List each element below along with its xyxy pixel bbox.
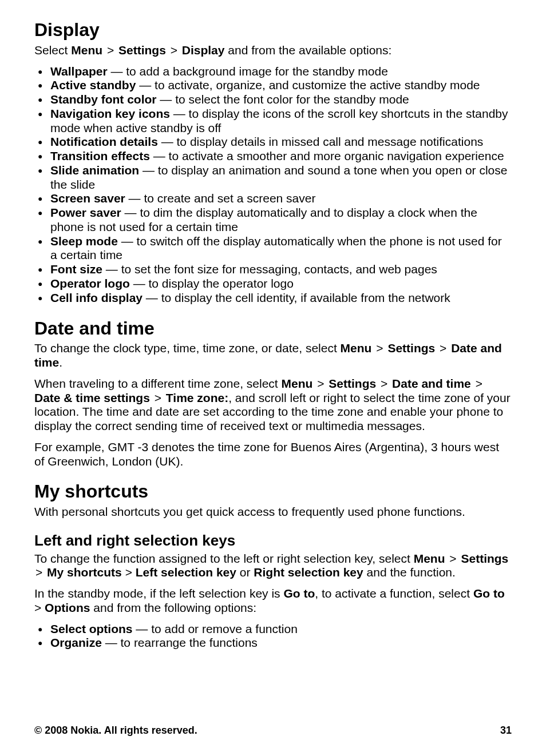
option-desc: — to display the operator logo <box>130 277 294 290</box>
datetime-p1: To change the clock type, time, time zon… <box>34 341 512 370</box>
key-options: Options <box>45 601 90 614</box>
text: To change the clock type, time, time zon… <box>34 341 341 355</box>
selectionkeys-options-list: Select options — to add or remove a func… <box>34 622 512 651</box>
sep: > <box>316 377 325 391</box>
option-term: Standby font color <box>50 93 157 106</box>
display-intro: Select Menu > Settings > Display and fro… <box>34 43 512 58</box>
list-item: Operator logo — to display the operator … <box>34 277 512 291</box>
text: When traveling to a different time zone,… <box>34 377 282 390</box>
list-item: Transition effects — to activate a smoot… <box>34 149 512 164</box>
sep: > <box>169 43 179 58</box>
option-desc: — to display the cell identity, if avail… <box>143 291 450 304</box>
option-term: Active standby <box>50 78 136 91</box>
option-right: Right selection key <box>254 566 363 579</box>
option-term: Select options <box>50 622 133 635</box>
sep: > <box>34 601 45 614</box>
list-item: Organize — to rearrange the functions <box>34 636 512 650</box>
list-item: Screen saver — to create and set a scree… <box>34 192 512 206</box>
option-desc: — to rearrange the functions <box>102 636 258 649</box>
list-item: Notification details — to display detail… <box>34 135 512 149</box>
option-term: Screen saver <box>50 192 125 205</box>
path-settings: Settings <box>329 377 376 390</box>
path-menu: Menu <box>414 552 445 565</box>
path-myshortcuts: My shortcuts <box>47 566 122 579</box>
option-term: Operator logo <box>50 277 130 290</box>
list-item: Slide animation — to display an animatio… <box>34 164 512 192</box>
text: , to activate a function, select <box>315 587 473 600</box>
text: To change the function assigned to the l… <box>34 552 414 565</box>
option-term: Slide animation <box>50 164 139 177</box>
path-settings: Settings <box>461 552 508 565</box>
sep: > <box>106 43 115 58</box>
option-term: Transition effects <box>50 149 150 162</box>
sep: > <box>448 552 457 566</box>
shortcuts-intro: With personal shortcuts you get quick ac… <box>34 505 512 519</box>
option-desc: — to add a background image for the stan… <box>108 65 388 78</box>
display-options-list: Wallpaper — to add a background image fo… <box>34 65 512 305</box>
heading-selectionkeys: Left and right selection keys <box>34 532 512 550</box>
sep: > <box>122 566 136 579</box>
datetime-p3: For example, GMT -3 denotes the time zon… <box>34 440 512 469</box>
option-term: Organize <box>50 636 102 649</box>
list-item: Sleep mode — to switch off the display a… <box>34 234 512 263</box>
key-goto: Go to <box>473 587 505 600</box>
option-desc: — to select the font color for the stand… <box>157 93 409 106</box>
option-left: Left selection key <box>136 566 236 579</box>
list-item: Navigation key icons — to display the ic… <box>34 107 512 136</box>
path-menu: Menu <box>282 377 313 390</box>
text: or <box>236 566 254 579</box>
path-settings: Settings <box>387 341 435 355</box>
text: . <box>59 356 62 369</box>
list-item: Select options — to add or remove a func… <box>34 622 512 636</box>
list-item: Active standby — to activate, organize, … <box>34 78 512 93</box>
heading-display: Display <box>34 19 512 41</box>
selectionkeys-p1: To change the function assigned to the l… <box>34 552 512 580</box>
path-dtsettings: Date & time settings <box>34 391 150 404</box>
option-desc: — to activate a smoother and more organi… <box>150 149 504 162</box>
path-menu: Menu <box>71 43 102 57</box>
text: and the function. <box>363 566 456 579</box>
heading-shortcuts: My shortcuts <box>34 481 512 503</box>
list-item: Font size — to set the font size for mes… <box>34 262 512 277</box>
list-item: Standby font color — to select the font … <box>34 93 512 107</box>
page-footer: © 2008 Nokia. All rights reserved. 31 <box>34 725 512 737</box>
datetime-p2: When traveling to a different time zone,… <box>34 377 512 433</box>
copyright-text: © 2008 Nokia. All rights reserved. <box>34 725 197 737</box>
option-desc: — to add or remove a function <box>133 622 298 635</box>
option-term: Power saver <box>50 206 121 219</box>
option-desc: — to display details in missed call and … <box>158 135 483 148</box>
key-goto: Go to <box>283 587 315 600</box>
sep: > <box>375 341 384 356</box>
option-term: Notification details <box>50 135 158 148</box>
option-term: Wallpaper <box>50 65 108 78</box>
list-item: Cell info display — to display the cell … <box>34 291 512 305</box>
text: and from the available options: <box>224 43 391 57</box>
list-item: Power saver — to dim the display automat… <box>34 206 512 234</box>
sep: > <box>34 566 43 580</box>
sep: > <box>438 341 448 356</box>
sep: > <box>379 377 389 391</box>
selectionkeys-p2: In the standby mode, if the left selecti… <box>34 587 512 615</box>
path-dateandtime: Date and time <box>392 377 471 390</box>
option-desc: — to create and set a screen saver <box>125 192 316 205</box>
heading-datetime: Date and time <box>34 318 512 340</box>
text: Select <box>34 43 71 57</box>
path-timezone: Time zone: <box>166 391 228 404</box>
option-term: Navigation key icons <box>50 107 170 120</box>
sep: > <box>153 391 163 405</box>
path-display: Display <box>182 43 225 57</box>
option-desc: — to set the font size for messaging, co… <box>102 262 437 276</box>
option-term: Font size <box>50 262 102 276</box>
option-desc: — to switch off the display automaticall… <box>50 234 502 262</box>
option-desc: — to activate, organize, and customize t… <box>136 78 480 91</box>
text: In the standby mode, if the left selecti… <box>34 587 283 600</box>
option-term: Sleep mode <box>50 234 118 248</box>
path-menu: Menu <box>341 341 372 355</box>
option-term: Cell info display <box>50 291 143 304</box>
page-number: 31 <box>500 725 512 737</box>
path-settings: Settings <box>118 43 166 57</box>
list-item: Wallpaper — to add a background image fo… <box>34 65 512 79</box>
sep: > <box>474 377 484 391</box>
text: and from the following options: <box>90 601 256 614</box>
